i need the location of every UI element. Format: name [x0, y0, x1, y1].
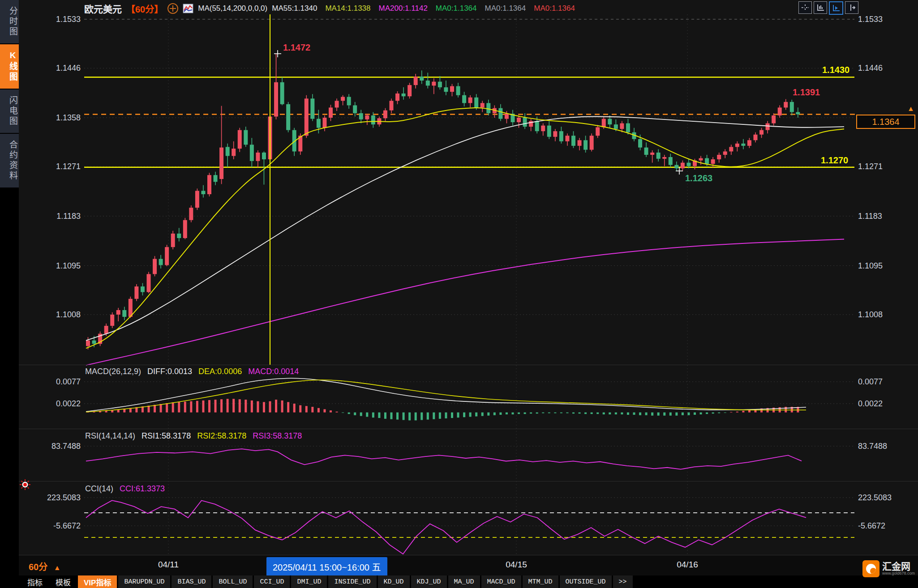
crosshair-time-range: 2025/04/11 15:00~16:00 五	[266, 557, 387, 576]
axis-label: 1.1095	[18, 261, 81, 271]
period-selector-label: 60分	[29, 562, 47, 572]
axis-label: 1.1446	[858, 64, 883, 73]
axis-label: 1.1183	[858, 212, 882, 221]
sidebar-item-4[interactable]: 合约资料	[0, 134, 19, 187]
period-label: 【60分】	[126, 2, 163, 15]
tab-bias-ud[interactable]: BIAS_UD	[172, 575, 211, 588]
macd-title: MACD(26,12,9)	[85, 367, 141, 376]
indicator-chart-icon[interactable]	[183, 4, 193, 13]
tab-macd-ud[interactable]: MACD_UD	[481, 575, 521, 588]
ma-value-4: MA0:1.1364	[436, 4, 477, 13]
chart-application: 分时图K线图闪电图合约资料 欧元美元 【60分】 MA(55,14,200,0,…	[0, 0, 918, 588]
axis-label: 1.1533	[18, 15, 81, 24]
ma-value-5: MA0:1.1364	[485, 4, 526, 13]
logo-url: www.gold678.com	[882, 571, 915, 575]
macd-diff-value: DIFF:0.0013	[147, 367, 192, 376]
period-selector[interactable]: 60分 ▲	[29, 560, 61, 573]
tab-kd-ud[interactable]: KD_UD	[378, 575, 410, 588]
tab-boll-ud[interactable]: BOLL_UD	[213, 575, 253, 588]
logo-icon	[862, 560, 879, 577]
tab-kdj-ud[interactable]: KDJ_UD	[411, 575, 447, 588]
axis-label: 1.1008	[18, 310, 81, 320]
brand-logo: 汇金网 www.gold678.com	[862, 560, 915, 577]
ma-value-1: MA55:1.1340	[272, 4, 317, 13]
tab-cci-ud[interactable]: CCI_UD	[254, 575, 290, 588]
axis-label: 0.0077	[858, 377, 883, 387]
price-annotation: 1.1391	[793, 87, 820, 98]
axis-label: 223.5083	[18, 493, 81, 503]
ma-value-3: MA200:1.1142	[379, 4, 428, 13]
tab-mtm-ud[interactable]: MTM_UD	[523, 575, 558, 588]
tab-指标[interactable]: 指标	[21, 575, 48, 588]
time-axis: 60分 ▲ 04/1104/1504/16 2025/04/11 15:00~1…	[19, 555, 918, 575]
axis-label: 1.1271	[18, 162, 81, 171]
chart-canvas[interactable]	[0, 0, 918, 588]
sidebar-item-2[interactable]: K线图	[0, 44, 19, 89]
price-up-arrow-icon: ▲	[907, 105, 914, 113]
move-crosshair-icon[interactable]	[798, 1, 812, 14]
tab-barupdn-ud[interactable]: BARUPDN_UD	[118, 575, 170, 588]
axis-label: -5.6672	[858, 521, 885, 531]
axis-label: 1.1095	[858, 261, 883, 271]
add-compare-icon[interactable]	[167, 3, 178, 14]
macd-dea-value: DEA:0.0006	[198, 367, 242, 376]
chart-header: 欧元美元 【60分】 MA(55,14,200,0,0,0) MA55:1.13…	[84, 2, 575, 15]
chevron-up-icon: ▲	[54, 564, 61, 571]
tab-模板[interactable]: 模板	[50, 575, 77, 588]
axis-label: 1.1008	[858, 310, 883, 320]
cci-value: CCI:61.3373	[120, 484, 165, 494]
axis-bars-icon[interactable]	[814, 1, 827, 14]
current-price-box: 1.1364	[856, 115, 915, 129]
rsi-title: RSI(14,14,14)	[85, 431, 135, 441]
axis-label: 1.1533	[858, 15, 883, 24]
axis-label: 83.7488	[858, 442, 887, 451]
tab-vip指标[interactable]: VIP指标	[78, 575, 117, 588]
price-annotation: 1.1270	[821, 155, 848, 166]
axis-pointer-icon[interactable]	[829, 1, 843, 15]
ma-settings: MA(55,14,200,0,0,0)	[198, 4, 267, 13]
macd-value: MACD:0.0014	[248, 367, 299, 376]
axis-label: 223.5083	[858, 493, 892, 503]
price-annotation: 1.1430	[822, 65, 849, 75]
ma-value-2: MA14:1.1338	[325, 4, 370, 13]
axis-label: 0.0022	[858, 399, 883, 409]
axis-label: 1.1358	[18, 113, 81, 123]
sidebar-item-3[interactable]: 闪电图	[0, 89, 19, 133]
date-tick: 04/16	[677, 560, 698, 570]
axis-label: 0.0077	[18, 377, 81, 387]
ma-values: MA55:1.1340MA14:1.1338MA200:1.1142MA0:1.…	[272, 4, 575, 13]
axis-label: 0.0022	[18, 399, 81, 409]
indicator-tabbar: 指标模板VIP指标BARUPDN_UDBIAS_UDBOLL_UDCCI_UDD…	[19, 575, 918, 588]
axis-label: 83.7488	[18, 442, 81, 451]
tab-dmi-ud[interactable]: DMI_UD	[291, 575, 327, 588]
axis-label: 1.1271	[858, 162, 883, 171]
shift-right-icon[interactable]	[845, 1, 858, 14]
ma-value-6: MA0:1.1364	[534, 4, 575, 13]
tab-inside-ud[interactable]: INSIDE_UD	[328, 575, 376, 588]
rsi-indicator-row: RSI(14,14,14) RSI1:58.3178 RSI2:58.3178 …	[85, 431, 302, 441]
axis-label: -5.6672	[18, 521, 81, 531]
date-tick: 04/11	[158, 560, 179, 570]
tab-outside-ud[interactable]: OUTSIDE_UD	[560, 575, 612, 588]
alert-indicator-icon[interactable]	[19, 479, 31, 492]
symbol-name: 欧元美元	[84, 2, 122, 15]
price-annotation: 1.1263	[685, 173, 712, 183]
date-tick: 04/15	[506, 560, 527, 570]
rsi1-value: RSI1:58.3178	[142, 431, 191, 441]
tab--[interactable]: >>	[613, 575, 633, 588]
chart-toolbar	[798, 1, 858, 15]
tab-ma-ud[interactable]: MA_UD	[448, 575, 480, 588]
chart-type-sidebar: 分时图K线图闪电图合约资料	[0, 0, 19, 588]
rsi2-value: RSI2:58.3178	[197, 431, 246, 441]
sidebar-item-1[interactable]: 分时图	[0, 0, 19, 43]
macd-indicator-row: MACD(26,12,9) DIFF:0.0013 DEA:0.0006 MAC…	[85, 367, 299, 376]
cci-indicator-row: CCI(14) CCI:61.3373	[85, 484, 165, 494]
logo-text: 汇金网	[882, 562, 915, 571]
axis-label: 1.1446	[18, 64, 81, 73]
axis-label: 1.1183	[18, 212, 81, 221]
price-annotation: 1.1472	[283, 43, 310, 53]
cci-title: CCI(14)	[85, 484, 113, 494]
rsi3-value: RSI3:58.3178	[253, 431, 302, 441]
